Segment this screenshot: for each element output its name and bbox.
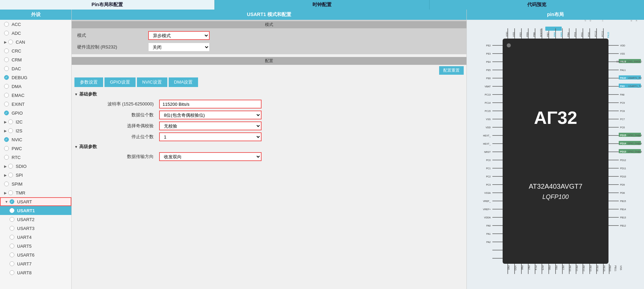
- tab-clock-config[interactable]: 时钟配置: [215, 0, 430, 10]
- svg-text:PC4: PC4: [535, 265, 537, 270]
- data-bits-row: 数据位个数 8位(包含奇偶校验位): [74, 110, 464, 120]
- tab-code-preview[interactable]: 代码预览: [430, 0, 644, 10]
- svg-text:PE3: PE3: [486, 53, 490, 55]
- sidebar-item-uart4[interactable]: UART4: [0, 233, 71, 242]
- svg-text:PE6: PE6: [486, 77, 490, 80]
- hardware-flow-select[interactable]: 关闭: [148, 43, 210, 52]
- config-reset-button[interactable]: 配置重置: [439, 66, 464, 75]
- sidebar-item-i2s[interactable]: ▶ I2S: [0, 126, 71, 135]
- svg-text:VDD: VDD: [514, 265, 517, 271]
- can-arrow-icon: ▶: [4, 40, 7, 44]
- sidebar-item-pwc[interactable]: PWC: [0, 144, 71, 153]
- svg-text:PB10: PB10: [609, 265, 611, 271]
- svg-text:PE13: PE13: [589, 265, 592, 271]
- svg-text:PD10: PD10: [620, 175, 626, 178]
- sidebar-item-uart8[interactable]: UART8: [0, 268, 71, 277]
- sidebar-item-uart7[interactable]: UART7: [0, 259, 71, 268]
- sidebar-item-acc[interactable]: ACC: [0, 20, 71, 29]
- baud-rate-input[interactable]: [159, 100, 262, 109]
- sidebar-item-adc[interactable]: ADC: [0, 29, 71, 38]
- svg-text:PD9: PD9: [620, 184, 625, 186]
- data-bits-select[interactable]: 8位(包含奇偶校验位): [159, 111, 262, 119]
- usart-config-header: USART1 模式和配置: [72, 10, 466, 20]
- stop-bits-label: 停止位个数: [81, 134, 156, 140]
- svg-text:PB8: PB8: [533, 32, 535, 37]
- svg-text:VBAT: VBAT: [485, 85, 491, 88]
- data-direction-label: 数据传输方向: [81, 154, 156, 160]
- baud-rate-row: 波特率 (1525-6250000): [74, 99, 464, 110]
- svg-text:PA11: PA11: [620, 69, 626, 71]
- mode-row-2: 硬件流控制 (RS232) 关闭: [72, 41, 466, 53]
- tab-pin-layout[interactable]: Pin布局和配置: [0, 0, 215, 10]
- sidebar-item-exint[interactable]: EXINT: [0, 100, 71, 109]
- sidebar-item-emac[interactable]: EMAC: [0, 91, 71, 100]
- svg-text:PC12: PC12: [594, 31, 597, 37]
- svg-text:PA7: PA7: [528, 265, 530, 270]
- sidebar-item-crc[interactable]: CRC: [0, 46, 71, 55]
- tab-gpio-settings[interactable]: GPIO设置: [104, 77, 136, 87]
- svg-text:PE2: PE2: [486, 44, 490, 47]
- svg-text:PC9: PC9: [620, 102, 625, 104]
- emac-indicator: [4, 93, 9, 98]
- i2s-arrow-icon: ▶: [4, 129, 7, 133]
- pin-layout-area: ΑΓ32 AT32A403AVGT7 LQFP100: [467, 20, 644, 289]
- tab-param-settings[interactable]: 参数设置: [74, 77, 103, 87]
- svg-text:PB13: PB13: [620, 216, 626, 219]
- uart4-indicator: [10, 235, 14, 240]
- svg-text:PD14: PD14: [620, 142, 626, 145]
- sidebar-item-spim[interactable]: SPIM: [0, 179, 71, 188]
- svg-text:PB15: PB15: [620, 200, 626, 202]
- sidebar-item-dac[interactable]: DAC: [0, 64, 71, 73]
- svg-text:PC7: PC7: [620, 118, 625, 120]
- sidebar-item-spi[interactable]: ▶ SPI: [0, 171, 71, 179]
- svg-text:PC8: PC8: [620, 110, 625, 112]
- sidebar-item-debug[interactable]: DEBUG: [0, 73, 71, 82]
- sidebar-item-usart1[interactable]: USART1: [0, 206, 71, 215]
- sidebar-item-usart2[interactable]: USART2: [0, 215, 71, 224]
- svg-text:USART1_RX: USART1_RX: [628, 77, 642, 80]
- sidebar-item-usart[interactable]: ▼ USART: [0, 197, 71, 206]
- dac-indicator: [4, 66, 9, 71]
- data-direction-select[interactable]: 收发双向: [159, 152, 262, 161]
- spim-indicator: [4, 182, 9, 186]
- svg-text:VSS: VSS: [513, 32, 515, 37]
- usart6-indicator: [10, 252, 14, 257]
- sidebar-item-can[interactable]: ▶ CAN: [0, 38, 71, 46]
- mode-section-label: 模式: [72, 21, 466, 28]
- sidebar-item-crm[interactable]: CRM: [0, 55, 71, 64]
- sidebar-item-tmr[interactable]: ▶ TMR: [0, 188, 71, 197]
- sidebar-item-usart6[interactable]: USART6: [0, 250, 71, 259]
- pin-layout-header: pin布局: [467, 10, 644, 20]
- usart1-indicator: [10, 208, 14, 213]
- mode-select[interactable]: 异步模式: [148, 31, 210, 40]
- tab-dma-settings[interactable]: DMA设置: [169, 77, 198, 87]
- svg-text:PC11: PC11: [601, 31, 604, 37]
- svg-text:PB12: PB12: [620, 225, 626, 227]
- svg-text:NRST: NRST: [484, 151, 491, 153]
- sidebar-item-rtc[interactable]: RTC: [0, 153, 71, 162]
- tab-buttons: 参数设置 GPIO设置 NVIC设置 DMA设置: [72, 76, 466, 88]
- tab-nvic-settings[interactable]: NVIC设置: [137, 77, 167, 87]
- stop-bits-select[interactable]: 1: [159, 132, 262, 141]
- sidebar-item-usart3[interactable]: USART3: [0, 224, 71, 233]
- sidebar-item-sdio[interactable]: ▶ SDIO: [0, 162, 71, 171]
- config-divider: 配置: [72, 57, 466, 65]
- svg-text:PB14: PB14: [620, 208, 626, 211]
- sidebar-item-nvic[interactable]: NVIC: [0, 135, 71, 144]
- svg-text:PB4: PB4: [567, 32, 570, 37]
- advanced-params-header[interactable]: ▼ 高级参数: [74, 142, 464, 151]
- svg-text:PB6: PB6: [554, 32, 556, 37]
- parity-select[interactable]: 无校验: [159, 121, 262, 130]
- svg-rect-0: [503, 39, 608, 264]
- sidebar-item-gpio[interactable]: GPIO: [0, 109, 71, 117]
- sidebar-item-dma[interactable]: DMA: [0, 82, 71, 91]
- svg-text:PA10: PA10: [620, 77, 626, 79]
- svg-text:DEBUG_JTDI: DEBUG_JTDI: [630, 20, 632, 21]
- svg-text:VDD: VDD: [486, 126, 491, 129]
- svg-text:ΑΓ32: ΑΓ32: [534, 108, 577, 128]
- sidebar-item-uart5[interactable]: UART5: [0, 242, 71, 250]
- acc-indicator: [4, 22, 9, 27]
- svg-rect-13: [552, 27, 562, 31]
- basic-params-header[interactable]: ▼ 基础参数: [74, 90, 464, 99]
- sidebar-item-i2c[interactable]: ▶ I2C: [0, 117, 71, 126]
